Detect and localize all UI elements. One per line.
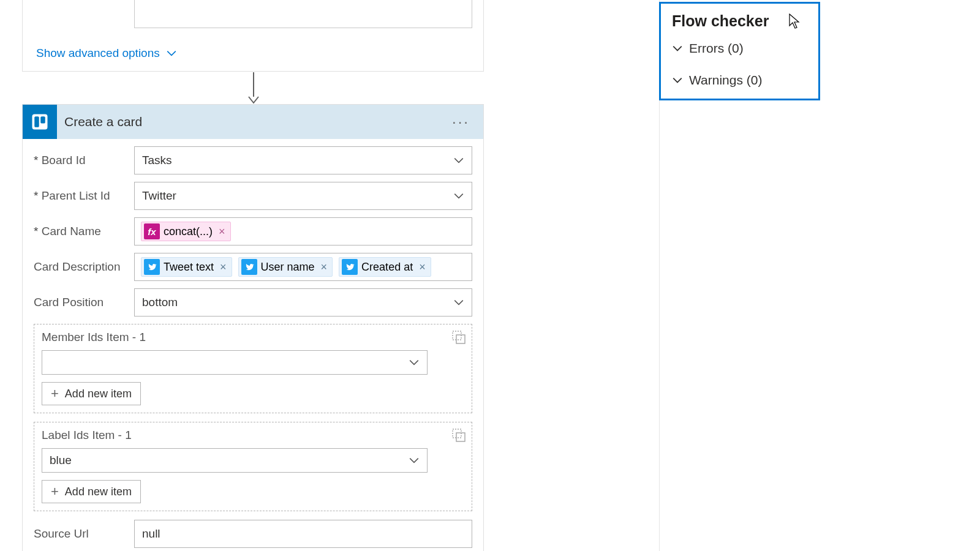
twitter-token[interactable]: Tweet text ×: [141, 257, 232, 277]
remove-token-icon[interactable]: ×: [419, 261, 426, 274]
remove-token-icon[interactable]: ×: [219, 225, 225, 238]
plus-icon: +: [51, 387, 59, 400]
flow-checker-warnings-row[interactable]: Warnings (0): [672, 73, 807, 88]
remove-token-icon[interactable]: ×: [321, 261, 328, 274]
twitter-token[interactable]: User name ×: [238, 257, 333, 277]
chevron-down-icon: [672, 75, 683, 86]
flow-canvas: Show advanced options Create a card ···: [0, 0, 659, 551]
token-label: User name: [261, 261, 315, 274]
member-ids-title: Member Ids Item - 1: [42, 331, 464, 344]
label-board-id: * Board Id: [34, 146, 134, 167]
label-card-description: Card Description: [34, 253, 134, 274]
fx-icon: fx: [144, 223, 160, 239]
action-menu-button[interactable]: ···: [447, 113, 475, 130]
twitter-icon: [241, 259, 257, 275]
token-label: Created at: [361, 261, 413, 274]
token-label: Tweet text: [164, 261, 214, 274]
row-card-name: * Card Name fx concat(...) ×: [34, 217, 472, 246]
chevron-down-icon: [453, 297, 464, 308]
action-header[interactable]: Create a card ···: [23, 105, 483, 139]
previous-action-card: Show advanced options: [22, 0, 484, 72]
chevron-down-icon: [409, 455, 420, 466]
row-source-url: Source Url: [34, 520, 472, 548]
member-ids-select[interactable]: [42, 350, 428, 375]
label-ids-value: blue: [50, 454, 72, 467]
parent-list-id-select[interactable]: Twitter: [134, 182, 472, 210]
twitter-icon: [144, 259, 160, 275]
twitter-icon: [342, 259, 358, 275]
board-id-value: Tasks: [142, 154, 172, 167]
chevron-down-icon: [672, 43, 683, 54]
row-card-description: Card Description Tweet text ×: [34, 253, 472, 281]
card-position-select[interactable]: bottom: [134, 288, 472, 317]
errors-label: Errors (0): [689, 41, 744, 56]
board-id-select[interactable]: Tasks: [134, 146, 472, 174]
action-title: Create a card: [57, 114, 447, 129]
row-board-id: * Board Id Tasks: [34, 146, 472, 174]
svg-rect-5: [456, 335, 465, 343]
svg-rect-3: [40, 116, 45, 123]
twitter-token[interactable]: Created at ×: [339, 257, 431, 277]
source-url-input-field[interactable]: [142, 527, 464, 541]
action-body: * Board Id Tasks * Parent List Id Twitte…: [23, 139, 483, 551]
flow-arrow: [246, 72, 261, 104]
array-mode-toggle-icon[interactable]: [452, 429, 466, 442]
label-source-url: Source Url: [34, 520, 134, 541]
chevron-down-icon: [166, 48, 177, 59]
add-member-item-button[interactable]: + Add new item: [42, 382, 141, 405]
row-parent-list-id: * Parent List Id Twitter: [34, 182, 472, 210]
chevron-down-icon: [453, 155, 464, 166]
svg-rect-7: [456, 433, 465, 441]
remove-token-icon[interactable]: ×: [220, 261, 227, 274]
label-card-name: * Card Name: [34, 217, 134, 238]
card-name-field[interactable]: fx concat(...) ×: [134, 217, 472, 246]
label-ids-title: Label Ids Item - 1: [42, 429, 464, 442]
create-card-action: Create a card ··· * Board Id Tasks * Par…: [22, 104, 484, 551]
card-description-field[interactable]: Tweet text × User name ×: [134, 253, 472, 281]
fx-token-label: concat(...): [164, 225, 213, 238]
label-parent-list-id: * Parent List Id: [34, 182, 134, 203]
member-ids-group: Member Ids Item - 1 + Add new item: [34, 324, 472, 413]
flow-checker-panel: Flow checker Errors (0) Warnings (0): [659, 2, 820, 100]
row-card-position: Card Position bottom: [34, 288, 472, 317]
svg-rect-6: [453, 429, 461, 438]
add-label-label: Add new item: [65, 485, 132, 498]
trello-icon: [23, 105, 57, 139]
card-position-value: bottom: [142, 296, 178, 309]
show-advanced-options[interactable]: Show advanced options: [36, 47, 177, 60]
svg-rect-2: [34, 116, 39, 127]
fx-token[interactable]: fx concat(...) ×: [141, 222, 231, 241]
plus-icon: +: [51, 485, 59, 498]
source-url-input[interactable]: [134, 520, 472, 548]
chevron-down-icon: [453, 190, 464, 201]
warnings-label: Warnings (0): [689, 73, 762, 88]
flow-checker-errors-row[interactable]: Errors (0): [672, 41, 807, 56]
label-ids-select[interactable]: blue: [42, 448, 428, 473]
parent-list-id-value: Twitter: [142, 189, 176, 203]
show-advanced-label: Show advanced options: [36, 47, 160, 60]
flow-checker-title: Flow checker: [672, 12, 807, 30]
array-mode-toggle-icon[interactable]: [452, 331, 466, 344]
label-ids-group: Label Ids Item - 1 blue + Add new item: [34, 422, 472, 511]
add-label-item-button[interactable]: + Add new item: [42, 480, 141, 503]
add-member-label: Add new item: [65, 388, 132, 400]
prev-field-box[interactable]: [134, 0, 472, 28]
svg-rect-4: [453, 331, 461, 340]
chevron-down-icon: [409, 357, 420, 368]
label-card-position: Card Position: [34, 288, 134, 309]
